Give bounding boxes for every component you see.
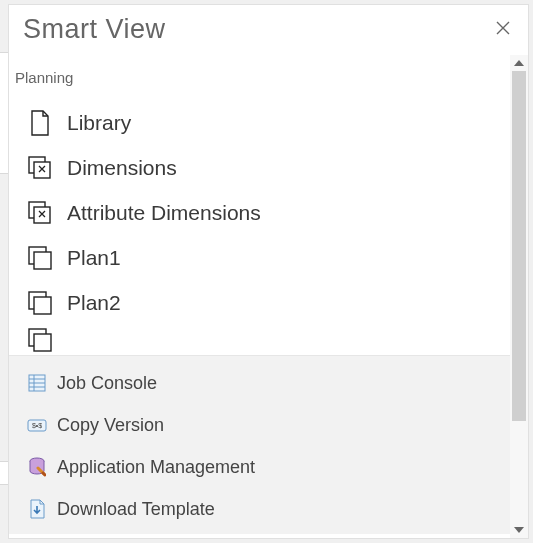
scrollbar[interactable] [510,55,528,538]
job-console-icon [27,373,47,393]
smart-view-panel: Smart View Planning Library Dimensions A… [8,4,529,539]
svg-rect-1 [34,162,50,178]
scroll-up-button[interactable] [510,55,528,71]
tree-item-label: Attribute Dimensions [67,201,261,225]
cube-stack-icon [27,327,53,353]
menu-item-job-console[interactable]: Job Console [9,362,528,404]
copy-version-icon: $•$ [27,415,47,435]
close-button[interactable] [492,15,514,44]
menu-item-label: Download Template [57,499,215,520]
title-bar: Smart View [9,5,528,53]
svg-text:$•$: $•$ [32,422,42,429]
tree-item-library[interactable]: Library [9,100,528,145]
menu-item-download-template[interactable]: Download Template [9,488,528,530]
scroll-thumb[interactable] [512,71,526,421]
chevron-down-icon [514,527,524,533]
tree-item-label: Plan2 [67,291,121,315]
svg-rect-9 [34,334,51,351]
tree-item-plan1[interactable]: Plan1 [9,235,528,280]
menu-item-copy-version[interactable]: $•$ Copy Version [9,404,528,446]
tree-item-plan2[interactable]: Plan2 [9,280,528,325]
chevron-up-icon [514,60,524,66]
tree-item-label: Plan1 [67,246,121,270]
menu-item-label: Application Management [57,457,255,478]
close-icon [496,21,510,35]
panel-title: Smart View [23,14,166,45]
svg-rect-7 [34,297,51,314]
menu-item-label: Job Console [57,373,157,394]
action-menu: Job Console $•$ Copy Version Application… [9,355,528,534]
menu-item-label: Copy Version [57,415,164,436]
tree: Library Dimensions Attribute Dimensions … [9,92,528,355]
app-mgmt-icon [27,457,47,477]
svg-rect-3 [34,207,50,223]
tree-item-attribute-dimensions[interactable]: Attribute Dimensions [9,190,528,235]
cube-stack-icon [27,290,53,316]
download-template-icon [27,499,47,519]
section-label: Planning [9,53,528,92]
tree-item-dimensions[interactable]: Dimensions [9,145,528,190]
scroll-down-button[interactable] [510,522,528,538]
dimensions-icon [27,155,53,181]
tree-item-label: Dimensions [67,156,177,180]
dimensions-icon [27,200,53,226]
tree-item-partial[interactable] [9,325,528,355]
cube-stack-icon [27,245,53,271]
tree-item-label: Library [67,111,131,135]
document-icon [27,110,53,136]
menu-item-application-management[interactable]: Application Management [9,446,528,488]
svg-rect-5 [34,252,51,269]
